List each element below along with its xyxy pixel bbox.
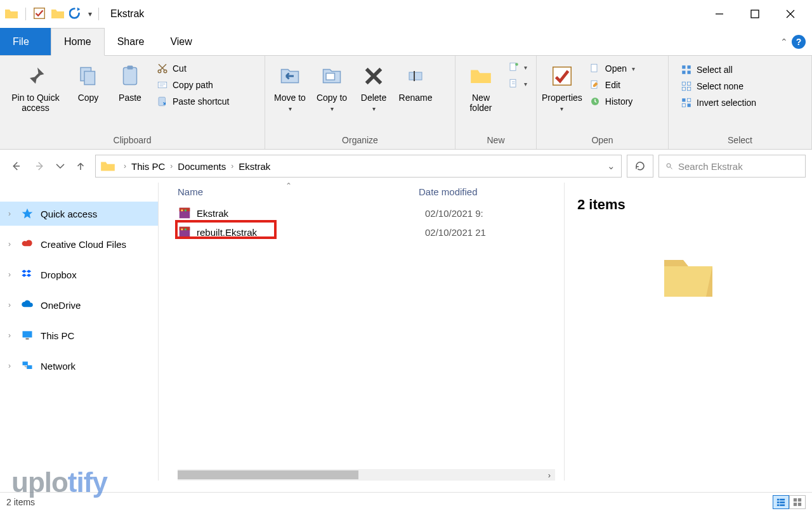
chevron-right-icon[interactable]: › [231,162,233,171]
sort-indicator-icon: ⌃ [285,181,292,190]
svg-rect-7 [124,68,137,85]
tab-view[interactable]: View [157,28,205,55]
pin-to-quick-access-button[interactable]: Pin to Quick access [5,60,66,113]
sidebar-item-onedrive[interactable]: › OneDrive [0,293,158,317]
copy-button[interactable]: Copy [69,60,108,103]
pin-label: Pin to Quick access [5,93,66,113]
svg-rect-6 [84,72,95,85]
folder-icon[interactable] [50,6,65,22]
column-header-date[interactable]: Date modified [419,186,564,197]
breadcrumb-item[interactable]: Documents [176,161,227,172]
new-item-button[interactable]: ▾ [508,61,527,74]
minimize-button[interactable] [702,0,737,28]
paste-shortcut-label: Paste shortcut [173,96,230,107]
svg-point-9 [158,70,161,73]
svg-rect-44 [185,210,187,212]
refresh-button[interactable] [627,155,653,178]
select-all-label: Select all [697,65,733,75]
qat-dropdown-icon[interactable]: ▾ [88,10,92,18]
properties-check-icon[interactable] [32,6,46,22]
history-icon [589,95,601,108]
file-date: 02/10/2021 9: [425,208,564,219]
sidebar-item-label: Network [41,361,75,372]
properties-button[interactable]: Properties ▾ [542,60,582,112]
maximize-button[interactable] [737,0,773,28]
svg-rect-32 [688,98,691,101]
chevron-right-icon[interactable]: › [5,270,14,279]
svg-rect-55 [794,498,797,501]
cut-button[interactable]: Cut [156,62,230,75]
svg-point-35 [667,164,671,167]
open-button[interactable]: Open▾ [589,62,635,75]
copy-path-icon [156,79,169,91]
chevron-right-icon[interactable]: › [5,240,14,249]
chevron-right-icon[interactable]: › [124,162,126,171]
select-all-button[interactable]: Select all [680,63,756,76]
open-icon [589,62,601,75]
file-row[interactable]: rebuilt.Ekstrak 02/10/2021 21 [159,223,564,242]
redo-icon[interactable] [69,6,83,22]
svg-rect-38 [26,338,29,340]
paste-button[interactable]: Paste [110,60,150,103]
ribbon-tabs: File Home Share View ⌃ ? [0,28,812,56]
horizontal-scrollbar[interactable]: › [178,469,555,481]
easy-access-button[interactable]: ▾ [508,77,527,90]
scroll-right-icon[interactable]: › [544,470,555,480]
paste-shortcut-button[interactable]: Paste shortcut [156,95,230,108]
details-view-button[interactable] [773,495,789,509]
delete-label: Delete [361,93,386,103]
group-label-organize: Organize [265,133,455,149]
move-to-button[interactable]: Move to ▾ [270,60,310,112]
breadcrumb-item[interactable]: Ekstrak [237,161,272,172]
svg-rect-25 [682,71,685,74]
collapse-ribbon-icon[interactable]: ⌃ [780,37,788,47]
chevron-right-icon[interactable]: › [5,361,14,370]
breadcrumb[interactable]: › This PC › Documents › Ekstrak ⌄ [95,155,622,178]
delete-button[interactable]: Delete ▾ [354,60,393,112]
copy-to-button[interactable]: Copy to ▾ [312,60,351,112]
back-button[interactable] [6,157,25,176]
invert-selection-button[interactable]: Invert selection [680,96,756,109]
chevron-right-icon[interactable]: › [170,162,173,171]
svg-rect-43 [181,210,183,212]
chevron-right-icon[interactable]: › [5,301,14,309]
close-button[interactable] [773,0,808,28]
chevron-right-icon[interactable]: › [5,331,14,340]
forward-button[interactable] [30,157,49,176]
tab-home[interactable]: Home [51,28,105,56]
search-input[interactable] [678,161,799,172]
tab-file[interactable]: File [0,28,51,55]
copy-path-button[interactable]: Copy path [156,79,230,91]
sidebar-item-creative-cloud[interactable]: › Creative Cloud Files [0,232,158,256]
search-icon [665,160,673,172]
help-icon[interactable]: ? [792,35,806,49]
details-pane: 2 items [565,183,812,481]
sidebar-item-quick-access[interactable]: › Quick access [0,202,158,226]
select-none-button[interactable]: Select none [680,80,756,93]
edit-button[interactable]: Edit [589,79,635,91]
breadcrumb-item[interactable]: This PC [130,161,166,172]
svg-rect-28 [688,82,691,85]
scrollbar-thumb[interactable] [178,470,358,479]
svg-rect-19 [553,67,572,86]
search-box[interactable] [658,155,806,178]
chevron-right-icon[interactable]: › [5,209,14,218]
rename-button[interactable]: Rename [396,60,435,103]
svg-line-36 [671,167,672,169]
svg-rect-39 [23,361,28,365]
svg-rect-56 [798,498,801,501]
sidebar-item-dropbox[interactable]: › Dropbox [0,262,158,287]
address-dropdown-icon[interactable]: ⌄ [601,160,621,172]
history-button[interactable]: History [589,95,635,108]
sidebar-item-this-pc[interactable]: › This PC [0,323,158,347]
recent-locations-button[interactable] [55,157,66,176]
column-header-name[interactable]: ⌃ Name [159,186,419,197]
thumbnails-view-button[interactable] [789,495,806,509]
watermark: uplotify [11,467,107,498]
invert-label: Invert selection [697,98,756,108]
new-folder-button[interactable]: New folder [461,60,501,113]
up-button[interactable] [71,157,90,176]
tab-share[interactable]: Share [105,28,158,55]
copy-label: Copy [78,93,99,103]
sidebar-item-network[interactable]: › Network [0,354,158,378]
